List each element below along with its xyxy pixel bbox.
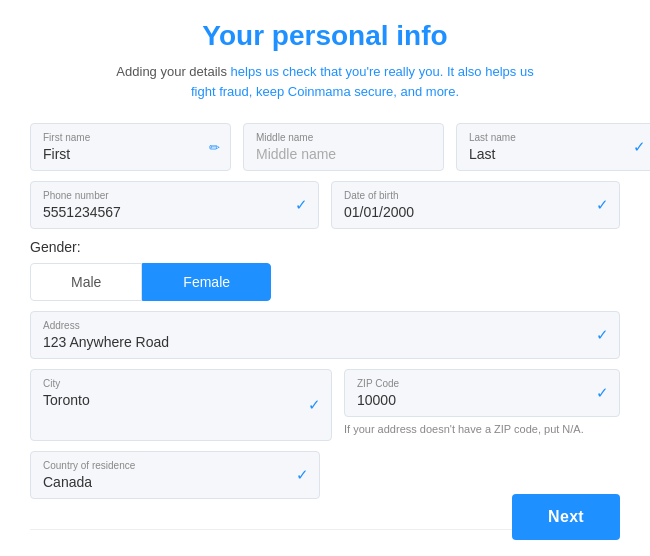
- country-input[interactable]: [43, 474, 307, 490]
- address-row: Address ✓: [30, 311, 620, 359]
- page-title: Your personal info: [202, 20, 447, 52]
- page-subtitle: Adding your details helps us check that …: [115, 62, 535, 101]
- country-row: Country of residence ✓: [30, 451, 620, 499]
- address-input[interactable]: [43, 334, 607, 350]
- check-icon-last: ✓: [633, 138, 646, 156]
- gender-male-button[interactable]: Male: [30, 263, 142, 301]
- middle-name-input[interactable]: [256, 146, 431, 162]
- next-button-container: Next: [512, 494, 620, 540]
- gender-section: Gender: Male Female: [30, 239, 620, 301]
- form-section: First name ✏ Middle name Last name ✓ Pho…: [30, 123, 620, 509]
- country-field: Country of residence ✓: [30, 451, 320, 499]
- check-icon-address: ✓: [596, 326, 609, 344]
- gender-buttons: Male Female: [30, 263, 620, 301]
- check-icon-dob: ✓: [596, 196, 609, 214]
- check-icon-city: ✓: [308, 396, 321, 414]
- first-name-label: First name: [43, 132, 218, 143]
- city-input[interactable]: [43, 392, 319, 408]
- country-label: Country of residence: [43, 460, 307, 471]
- first-name-field: First name ✏: [30, 123, 231, 171]
- zip-label: ZIP Code: [357, 378, 607, 389]
- dob-label: Date of birth: [344, 190, 607, 201]
- zip-input[interactable]: [357, 392, 607, 408]
- page-container: Your personal info Adding your details h…: [0, 0, 650, 556]
- name-row: First name ✏ Middle name Last name ✓: [30, 123, 620, 171]
- first-name-input[interactable]: [43, 146, 218, 162]
- zip-container: ZIP Code ✓ If your address doesn't have …: [344, 369, 620, 441]
- middle-name-field: Middle name: [243, 123, 444, 171]
- city-zip-row: City ✓ ZIP Code ✓ If your address doesn'…: [30, 369, 620, 441]
- phone-field: Phone number ✓: [30, 181, 319, 229]
- address-field: Address ✓: [30, 311, 620, 359]
- edit-icon: ✏: [209, 140, 220, 155]
- last-name-input[interactable]: [469, 146, 644, 162]
- phone-label: Phone number: [43, 190, 306, 201]
- check-icon-phone: ✓: [295, 196, 308, 214]
- dob-input[interactable]: [344, 204, 607, 220]
- check-icon-zip: ✓: [596, 384, 609, 402]
- next-button[interactable]: Next: [512, 494, 620, 540]
- city-label: City: [43, 378, 319, 389]
- zip-field: ZIP Code ✓: [344, 369, 620, 417]
- address-label: Address: [43, 320, 607, 331]
- gender-female-button[interactable]: Female: [142, 263, 271, 301]
- gender-label: Gender:: [30, 239, 620, 255]
- zip-hint: If your address doesn't have a ZIP code,…: [344, 423, 620, 435]
- phone-dob-row: Phone number ✓ Date of birth ✓: [30, 181, 620, 229]
- phone-input[interactable]: [43, 204, 306, 220]
- middle-name-label: Middle name: [256, 132, 431, 143]
- last-name-field: Last name ✓: [456, 123, 650, 171]
- city-field: City ✓: [30, 369, 332, 441]
- dob-field: Date of birth ✓: [331, 181, 620, 229]
- subtitle-highlight: helps us check that you're really you. I…: [191, 64, 534, 99]
- check-icon-country: ✓: [296, 466, 309, 484]
- last-name-label: Last name: [469, 132, 644, 143]
